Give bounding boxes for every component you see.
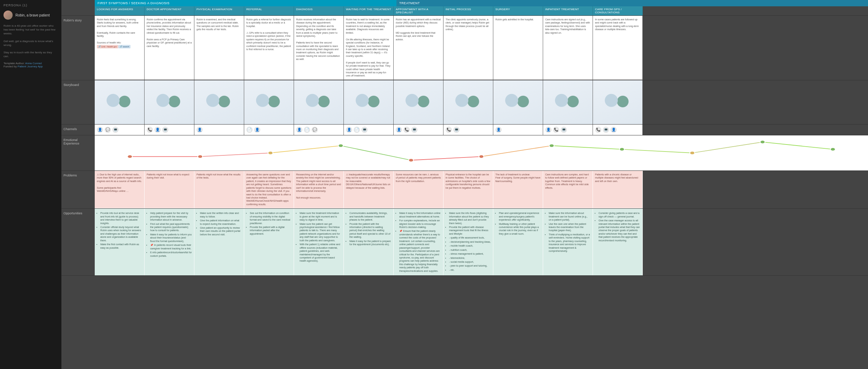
- opportunity-card: Consider giving patients a case and a si…: [593, 209, 643, 275]
- stage-header[interactable]: INITIAL PROCESS: [443, 6, 493, 15]
- emotion-node[interactable]: [127, 155, 132, 158]
- channel-cell: 👤: [493, 125, 543, 135]
- funder-link[interactable]: Patient Journey App: [18, 65, 43, 68]
- problem-card: Patients might not know what the results…: [194, 171, 244, 208]
- emotion-node[interactable]: [549, 144, 554, 147]
- sidebar-section-title: PERSONA (1): [4, 4, 58, 7]
- row-label-opps: Opportunities: [61, 209, 95, 275]
- funder-label: Funded by: [4, 65, 17, 68]
- persona-card[interactable]: Robin, a brave patient: [4, 11, 58, 20]
- story-tag[interactable]: 🔗 Link—health.gov: [97, 45, 118, 48]
- story-card: Robin has to wait for treatment. In some…: [344, 16, 394, 80]
- story-card: Robin gets a referral for further diagno…: [244, 16, 294, 80]
- channel-icon: 👤: [545, 127, 552, 133]
- opps-row: Opportunities Provide info tool at the s…: [61, 209, 868, 276]
- persona-avatar: [4, 11, 13, 20]
- stage-header[interactable]: CARE FROM GPS / CONSULTATIONS: [593, 6, 643, 15]
- channel-icon: 💻: [603, 127, 609, 133]
- emotion-node[interactable]: [268, 151, 273, 154]
- svg-line-3: [341, 146, 411, 160]
- channel-cell: 👤📞💻: [394, 125, 443, 135]
- problem-card: ⚠ Due to the high use of internet radio,…: [95, 171, 145, 208]
- emotion-node[interactable]: [409, 159, 414, 162]
- story-tag[interactable]: 🔗 search: [118, 45, 131, 48]
- story-card: Robin is examined, and the medical quest…: [194, 16, 244, 80]
- svg-line-7: [622, 149, 692, 153]
- story-card: The clinic appoints somebody (nurse, a c…: [443, 16, 493, 80]
- persona-desc: Robin is a 40-year-old office worker who…: [4, 24, 58, 36]
- row-label-emotion: Emotional Experience: [61, 135, 95, 170]
- storyboard-illustration: [543, 80, 593, 124]
- storyboard-illustration: [493, 80, 543, 124]
- storyboard-illustration: [194, 80, 244, 124]
- svg-line-5: [481, 146, 552, 156]
- channel-icon: 👤: [97, 127, 103, 133]
- stage-header[interactable]: DOCTOR APPOINTMENT: [145, 6, 194, 15]
- channel-icon: 👤: [396, 127, 402, 133]
- phase-groups: FIRST SYMPTOMS / SEEKING A DIAGNOSIS TRE…: [61, 0, 868, 6]
- story-card: Robin gets admitted in the hospital.: [493, 16, 543, 80]
- phase-group-symptoms: FIRST SYMPTOMS / SEEKING A DIAGNOSIS: [95, 0, 396, 6]
- channel-cell: 📞💻: [443, 125, 493, 135]
- channel-icon: 💻: [411, 127, 418, 133]
- author-link[interactable]: Anna Conrad: [25, 62, 42, 65]
- emotion-chart: [95, 135, 868, 170]
- story-card: Robin receives information about the dis…: [294, 16, 344, 80]
- channel-icon: 📄: [354, 127, 360, 133]
- persona-goal: Get well, get a diagnosis to know what's…: [4, 39, 58, 47]
- story-card: In some cases patients are followed up a…: [593, 16, 643, 80]
- story-card: Robin feels that something is wrong. Sta…: [95, 16, 145, 80]
- stage-header[interactable]: DIAGNOSIS: [294, 6, 344, 15]
- channel-icon: 📞: [446, 127, 452, 133]
- problem-card: Care instructions are complex, and hard …: [543, 171, 593, 208]
- emotion-node[interactable]: [338, 144, 343, 147]
- channel-icon: 💻: [561, 127, 567, 133]
- stage-header[interactable]: WAITING FOR THE TREATMENT: [344, 6, 394, 15]
- channel-icon: 👤: [254, 127, 260, 133]
- problems-row: Problems ⚠ Due to the high use of intern…: [61, 171, 868, 209]
- channels-row: Channels 👤💬💻📞👤💻👤📄👤👤📄💬👤📄💻👤📞💻📞💻👤👤📞💻📞💻👤: [61, 125, 868, 135]
- channel-cell: 👤📄💬: [294, 125, 344, 135]
- opportunity-card: Make sure the info flows (digitizing inf…: [443, 209, 493, 275]
- stage-header[interactable]: PHYSICAL EXAMINATION: [194, 6, 244, 15]
- opportunity-card: See out the information on condition of …: [244, 209, 294, 275]
- svg-line-9: [762, 142, 833, 149]
- emotion-node[interactable]: [760, 140, 765, 143]
- channel-icon: 👤: [296, 127, 302, 133]
- problem-card: Some resources can be rare ⚠ anxious of …: [394, 171, 443, 208]
- opportunity-card: Help patient prepare for the visit by pr…: [145, 209, 194, 275]
- channel-cell: 👤📞💻: [543, 125, 593, 135]
- emotion-node[interactable]: [830, 148, 835, 151]
- emotion-node[interactable]: [620, 148, 625, 151]
- svg-line-4: [411, 156, 481, 160]
- emotion-node[interactable]: [198, 155, 202, 158]
- problem-card: Patients with a chronic disease or multi…: [593, 171, 643, 208]
- svg-line-6: [552, 146, 622, 149]
- channel-icon: 📞: [147, 127, 153, 133]
- stage-header[interactable]: LOOKING FOR ANSWERS: [95, 6, 145, 15]
- storyboard-illustration: [344, 80, 394, 124]
- channel-icon: 💻: [112, 127, 119, 133]
- stage-header[interactable]: APPOINTMENT WITH A SPECIALIST: [394, 6, 443, 15]
- stage-header[interactable]: INPATIENT TREATMENT: [543, 6, 593, 15]
- problem-card: Patients might not know what to expect d…: [145, 171, 194, 208]
- channel-icon: 💻: [453, 127, 460, 133]
- channel-icon: 👤: [495, 127, 502, 133]
- channel-cell: 📞👤💻: [145, 125, 194, 135]
- row-label-channels: Channels: [61, 125, 95, 135]
- opportunity-card: Make it easy to find information online …: [394, 209, 443, 275]
- channel-icon: 👤: [196, 127, 203, 133]
- channel-cell: 👤: [194, 125, 244, 135]
- stage-header[interactable]: REFERRAL: [244, 6, 294, 15]
- channel-icon: 📞: [595, 127, 601, 133]
- row-label-storyboard: Storyboard: [61, 80, 95, 124]
- storyboard-illustration: [593, 80, 643, 124]
- stage-header[interactable]: SURGERY: [493, 6, 543, 15]
- row-label-problems: Problems: [61, 171, 95, 208]
- emotion-node[interactable]: [479, 155, 484, 158]
- channel-icon: 👤: [610, 127, 617, 133]
- emotion-node[interactable]: [690, 151, 695, 154]
- channel-icon: 👤: [346, 127, 352, 133]
- phase-group-treatment: TREATMENT: [396, 0, 868, 6]
- storyboard-illustration: [244, 80, 294, 124]
